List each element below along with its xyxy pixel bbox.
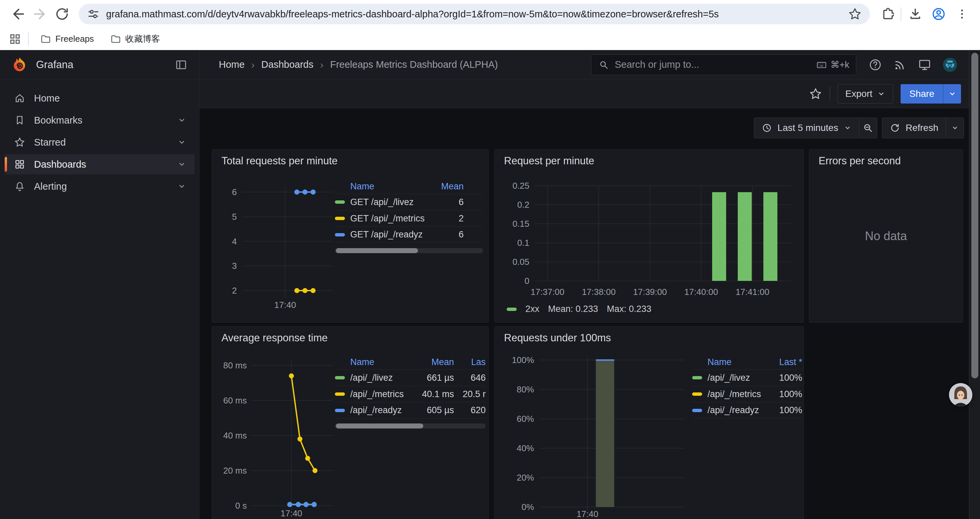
- export-button[interactable]: Export: [838, 84, 893, 104]
- help-icon[interactable]: [868, 58, 882, 72]
- share-button[interactable]: Share: [900, 84, 943, 104]
- svg-text:6: 6: [232, 187, 237, 197]
- chevron-down-icon[interactable]: [177, 115, 186, 125]
- legend-row[interactable]: /api/_/metrics 40.1 ms 20.5 r: [335, 386, 486, 402]
- legend-hscrollbar[interactable]: [335, 248, 483, 253]
- share-label: Share: [909, 88, 934, 99]
- panel-title[interactable]: Average response time: [221, 332, 328, 344]
- apps-grid-icon[interactable]: [9, 33, 21, 45]
- legend-header: Name Mean Las: [335, 355, 486, 369]
- refresh-button[interactable]: Refresh: [882, 118, 946, 138]
- series-swatch: [335, 233, 345, 236]
- zoom-out-button[interactable]: [859, 118, 877, 138]
- series-mean: 40.1 ms: [409, 389, 454, 399]
- svg-text:60 ms: 60 ms: [223, 395, 247, 406]
- dock-menu-icon[interactable]: [175, 58, 188, 72]
- svg-text:60%: 60%: [517, 414, 534, 424]
- legend-row[interactable]: GET /api/_/readyz 6: [335, 227, 483, 243]
- panel-title[interactable]: Requests under 100ms: [504, 332, 611, 344]
- floating-assistant-avatar[interactable]: [949, 383, 972, 406]
- series-swatch: [335, 393, 345, 396]
- series-swatch: [692, 376, 702, 379]
- grafana-logo[interactable]: [11, 57, 27, 73]
- legend-header: Name Mean: [335, 179, 483, 194]
- extensions-icon[interactable]: [877, 5, 896, 23]
- series-mean: Mean: 0.233: [548, 304, 598, 314]
- browser-menu-icon[interactable]: [953, 5, 971, 23]
- legend-row[interactable]: GET /api/_/metrics 2: [335, 210, 483, 227]
- legend-row[interactable]: /api/_/readyz 100%: [692, 402, 802, 418]
- scrollbar-thumb[interactable]: [971, 53, 978, 378]
- legend-row[interactable]: /api/_/livez 661 µs 646: [335, 369, 486, 386]
- series-mean: 6: [453, 230, 483, 240]
- chevron-down-icon[interactable]: [177, 137, 186, 147]
- sidebar-item-label: Starred: [34, 137, 169, 148]
- svg-text:0.1: 0.1: [517, 238, 529, 248]
- export-label: Export: [845, 88, 872, 99]
- sidebar-item-alerting[interactable]: Alerting: [5, 176, 194, 196]
- search-placeholder: Search or jump to...: [615, 59, 811, 70]
- svg-text:100%: 100%: [512, 355, 535, 365]
- profile-icon[interactable]: [929, 5, 948, 23]
- site-info-icon[interactable]: [87, 7, 100, 21]
- address-bar[interactable]: grafana.mathmast.com/d/deytv4rwavabkb/fr…: [79, 4, 870, 24]
- svg-text:0: 0: [525, 276, 529, 286]
- series-name: /api/_/metrics: [350, 389, 409, 399]
- breadcrumb-current: Freeleaps Metrics Dashboard (ALPHA): [330, 59, 498, 70]
- legend-col-name[interactable]: Name: [335, 357, 409, 367]
- reload-icon[interactable]: [53, 5, 72, 23]
- legend-table: Name Last * /api/_/livez 100% /api/_/met…: [692, 355, 802, 418]
- panel-title[interactable]: Total requests per minute: [221, 155, 337, 167]
- back-icon[interactable]: [9, 5, 27, 23]
- series-last: 100%: [767, 405, 802, 415]
- sidebar-item-starred[interactable]: Starred: [5, 132, 194, 152]
- sidebar-menu: Home Bookmarks Starred Dashboards: [0, 80, 199, 205]
- panel-title[interactable]: Request per minute: [504, 155, 594, 167]
- sidebar-item-home[interactable]: Home: [5, 88, 194, 108]
- monitor-icon[interactable]: [918, 58, 932, 72]
- downloads-icon[interactable]: [906, 5, 924, 23]
- legend-row[interactable]: /api/_/metrics 100%: [692, 386, 802, 402]
- legend-row[interactable]: /api/_/livez 100%: [692, 369, 802, 386]
- bookmark-star-icon[interactable]: [848, 7, 862, 21]
- user-avatar[interactable]: [942, 57, 958, 72]
- sidebar-item-dashboards[interactable]: Dashboards: [5, 154, 194, 174]
- series-name: 2xx: [525, 304, 539, 314]
- legend-row[interactable]: /api/_/readyz 605 µs 620: [335, 402, 486, 418]
- breadcrumb-separator: ›: [320, 59, 323, 70]
- share-menu-button[interactable]: [943, 84, 961, 104]
- bookmark-folder-freeleaps[interactable]: Freeleaps: [35, 31, 99, 47]
- legend-col-last[interactable]: Last *: [767, 357, 802, 367]
- breadcrumb-dashboards[interactable]: Dashboards: [261, 59, 313, 70]
- panel-title[interactable]: Errors per second: [819, 155, 900, 167]
- bookmark-folder-blogs[interactable]: 收藏博客: [105, 31, 165, 47]
- news-rss-icon[interactable]: [893, 58, 907, 72]
- legend-col-mean[interactable]: Mean: [409, 357, 454, 367]
- chevron-down-icon[interactable]: [177, 160, 186, 169]
- chart-legend[interactable]: 2xx Mean: 0.233 Max: 0.233: [507, 304, 651, 314]
- forward-icon[interactable]: [31, 5, 49, 23]
- favorite-star-icon[interactable]: [809, 87, 822, 101]
- legend-col-last[interactable]: Las: [454, 357, 486, 367]
- breadcrumb-separator: ›: [251, 59, 255, 70]
- legend-col-mean[interactable]: Mean: [434, 181, 483, 192]
- home-icon: [14, 93, 25, 104]
- series-swatch: [335, 200, 345, 204]
- svg-text:20%: 20%: [517, 473, 534, 482]
- legend-col-name[interactable]: Name: [692, 357, 767, 367]
- series-mean: 2: [453, 213, 483, 224]
- url-text[interactable]: grafana.mathmast.com/d/deytv4rwavabkb/fr…: [106, 9, 842, 20]
- svg-text:17:41:00: 17:41:00: [735, 287, 769, 297]
- legend-hscrollbar[interactable]: [335, 423, 486, 428]
- legend-row[interactable]: GET /api/_/livez 6: [335, 194, 483, 210]
- svg-text:0.05: 0.05: [512, 257, 529, 267]
- refresh-interval-button[interactable]: [946, 118, 964, 138]
- chevron-down-icon[interactable]: [177, 182, 186, 191]
- breadcrumb-home[interactable]: Home: [219, 59, 245, 70]
- time-range-picker[interactable]: Last 5 minutes: [754, 118, 859, 138]
- page-scrollbar[interactable]: [969, 50, 980, 519]
- sidebar-item-bookmarks[interactable]: Bookmarks: [5, 110, 194, 130]
- legend-col-name[interactable]: Name: [335, 181, 434, 192]
- search-input[interactable]: Search or jump to... ⌘+k: [591, 54, 856, 75]
- panel-errors-per-second: Errors per second No data: [809, 149, 963, 323]
